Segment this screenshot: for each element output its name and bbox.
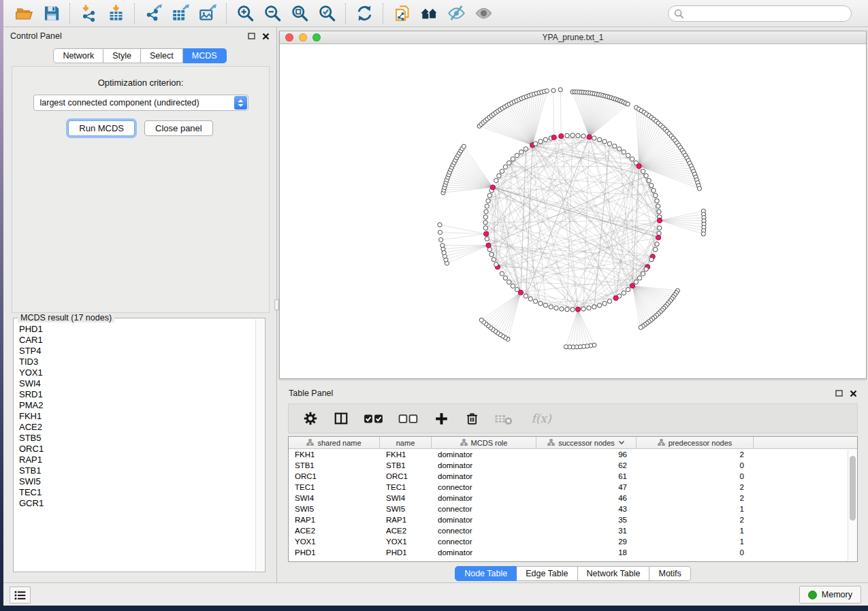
network-node[interactable] — [649, 257, 654, 261]
mcds-network-node[interactable] — [613, 296, 618, 301]
mcds-result-item[interactable]: GCR1 — [16, 498, 254, 509]
network-node[interactable] — [524, 294, 528, 298]
network-node[interactable] — [570, 133, 575, 137]
table-row[interactable]: STB1STB1dominator620 — [289, 460, 857, 471]
network-node[interactable] — [649, 183, 654, 187]
select-all-rows-button[interactable] — [362, 408, 385, 429]
mcds-result-item[interactable]: RAP1 — [16, 455, 254, 465]
zoom-in-button[interactable] — [231, 2, 259, 25]
mcds-result-item[interactable]: STP4 — [16, 346, 254, 357]
network-node[interactable] — [503, 276, 507, 280]
network-node[interactable] — [654, 247, 658, 251]
network-node[interactable] — [500, 271, 504, 276]
show-panels-menu-button[interactable] — [10, 587, 31, 604]
mcds-result-item[interactable]: YOX1 — [16, 367, 254, 378]
mcds-result-item[interactable]: TID3 — [16, 357, 254, 367]
save-session-button[interactable] — [37, 2, 65, 25]
network-node[interactable] — [519, 150, 524, 154]
network-node[interactable] — [565, 133, 569, 137]
network-node[interactable] — [533, 299, 537, 303]
network-node[interactable] — [484, 210, 488, 214]
mcds-network-node[interactable] — [630, 283, 634, 288]
tab-style[interactable]: Style — [103, 48, 141, 63]
mcds-result-item[interactable]: ACE2 — [16, 422, 254, 433]
column-header-successor-nodes[interactable]: successor nodes — [536, 437, 637, 448]
split-divider-grip[interactable] — [274, 299, 279, 310]
network-node[interactable] — [576, 133, 580, 137]
mcds-result-item[interactable]: SRD1 — [16, 389, 254, 400]
mcds-network-node[interactable] — [587, 135, 592, 139]
mcds-result-item[interactable]: PHD1 — [16, 324, 254, 335]
network-node[interactable] — [543, 137, 547, 142]
mcds-result-item[interactable]: ORC1 — [16, 444, 254, 455]
export-table-button[interactable] — [167, 2, 194, 25]
table-row[interactable]: ACE2ACE2connector311 — [289, 525, 857, 536]
table-row[interactable]: SWI4SWI4dominator462 — [289, 493, 857, 503]
network-node[interactable] — [587, 306, 591, 310]
table-settings-button[interactable] — [301, 408, 320, 429]
zoom-fit-button[interactable] — [286, 2, 313, 25]
network-node[interactable] — [485, 237, 489, 241]
run-mcds-button[interactable]: Run MCDS — [68, 120, 135, 136]
network-node[interactable] — [654, 193, 658, 197]
network-node[interactable] — [515, 153, 519, 157]
mcds-result-item[interactable]: TEC1 — [16, 487, 254, 498]
table-row[interactable]: TEC1TEC1connector472 — [289, 482, 857, 493]
network-node[interactable] — [564, 345, 568, 349]
network-node[interactable] — [597, 137, 601, 142]
mcds-network-node[interactable] — [637, 164, 641, 169]
criterion-select[interactable]: largest connected component (undirected) — [33, 95, 248, 111]
apply-function-button[interactable]: f(x) — [526, 408, 556, 429]
import-table-from-file-button[interactable] — [102, 2, 129, 25]
export-image-button[interactable] — [194, 2, 221, 25]
network-node[interactable] — [549, 305, 553, 309]
table-row[interactable]: SWI5SWI5connector431 — [289, 503, 857, 514]
network-node[interactable] — [494, 178, 498, 182]
mcds-network-node[interactable] — [656, 235, 661, 240]
tab-edge-table[interactable]: Edge Table — [517, 566, 577, 581]
network-node[interactable] — [613, 144, 617, 148]
mcds-result-item[interactable]: FKH1 — [16, 411, 254, 422]
import-network-from-file-button[interactable] — [75, 2, 102, 25]
network-node[interactable] — [545, 89, 549, 93]
network-node[interactable] — [543, 303, 547, 308]
network-node[interactable] — [622, 150, 626, 154]
mcds-result-item[interactable]: PMA2 — [16, 400, 254, 411]
tab-network[interactable]: Network — [53, 48, 103, 63]
float-panel-icon[interactable] — [248, 33, 255, 39]
network-node[interactable] — [622, 291, 626, 295]
network-node[interactable] — [657, 210, 661, 214]
tab-motifs[interactable]: Motifs — [649, 566, 690, 581]
network-node[interactable] — [565, 308, 569, 312]
network-node[interactable] — [485, 204, 489, 208]
network-node[interactable] — [607, 142, 611, 146]
network-node[interactable] — [507, 280, 511, 284]
network-node[interactable] — [483, 226, 487, 230]
zoom-selected-button[interactable] — [313, 2, 340, 25]
show-all-button[interactable] — [470, 2, 497, 25]
table-row[interactable]: ORC1ORC1dominator610 — [289, 471, 857, 482]
network-node[interactable] — [533, 142, 537, 146]
search-input[interactable] — [668, 5, 852, 22]
network-node[interactable] — [626, 102, 630, 106]
network-node[interactable] — [500, 169, 504, 174]
column-header-shared-name[interactable]: shared name — [289, 437, 380, 448]
network-node[interactable] — [581, 307, 585, 311]
network-graph[interactable] — [280, 44, 866, 378]
network-node[interactable] — [551, 88, 556, 93]
network-node[interactable] — [641, 169, 645, 174]
network-node[interactable] — [539, 139, 543, 144]
close-panel-button[interactable]: Close panel — [144, 120, 213, 136]
network-node[interactable] — [462, 144, 466, 148]
add-column-button[interactable] — [432, 408, 451, 429]
mcds-list-scrollbar[interactable] — [255, 319, 264, 571]
network-window-titlebar[interactable]: YPA_prune.txt_1 — [280, 31, 866, 44]
mcds-network-node[interactable] — [575, 307, 580, 312]
network-node[interactable] — [630, 157, 634, 161]
network-node[interactable] — [602, 139, 607, 144]
network-node[interactable] — [581, 134, 585, 138]
network-node[interactable] — [656, 204, 660, 208]
network-node[interactable] — [570, 308, 575, 312]
close-panel-icon[interactable] — [262, 33, 270, 40]
network-node[interactable] — [503, 165, 507, 169]
